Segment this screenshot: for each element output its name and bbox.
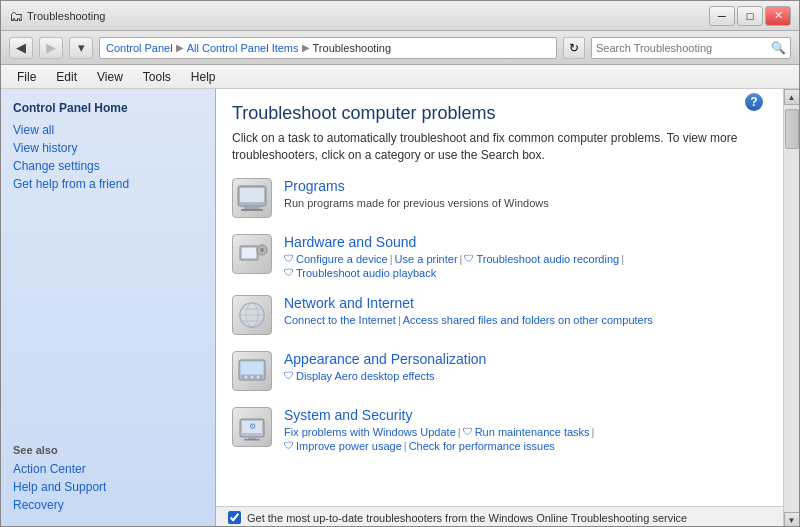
hardware-title[interactable]: Hardware and Sound [284,234,767,250]
content-desc: Click on a task to automatically trouble… [232,130,767,164]
title-bar-controls: ─ □ ✕ [709,6,791,26]
content-inner: Troubleshoot computer problems Click on … [216,89,783,506]
help-button[interactable]: ? [745,93,763,111]
svg-point-18 [251,375,254,378]
sidebar: Control Panel Home View all View history… [1,89,216,527]
shield-icon-6: 🛡 [284,440,294,451]
svg-point-17 [245,375,248,378]
link-troubleshoot-audio-recording[interactable]: Troubleshoot audio recording [476,253,619,265]
search-input[interactable] [596,42,767,54]
network-content: Network and Internet Connect to the Inte… [284,295,767,326]
menu-tools[interactable]: Tools [135,68,179,86]
path-all-items[interactable]: All Control Panel Items [187,42,299,54]
close-button[interactable]: ✕ [765,6,791,26]
link-maintenance[interactable]: Run maintenance tasks [475,426,590,438]
sidebar-title[interactable]: Control Panel Home [13,101,203,115]
scroll-down-button[interactable]: ▼ [784,512,800,527]
shield-icon-2: 🛡 [464,253,474,264]
forward-button[interactable]: ▶ [39,37,63,59]
system-links-2: 🛡 Improve power usage | Check for perfor… [284,440,767,452]
category-system: ⚙ System and Security Fix problems with … [232,407,767,452]
svg-rect-3 [241,209,263,211]
appearance-content: Appearance and Personalization 🛡 Display… [284,351,767,382]
appearance-title[interactable]: Appearance and Personalization [284,351,767,367]
menu-help[interactable]: Help [183,68,224,86]
svg-text:⚙: ⚙ [249,422,256,431]
category-appearance: Appearance and Personalization 🛡 Display… [232,351,767,391]
content-title: Troubleshoot computer problems [232,103,767,124]
sidebar-help-support[interactable]: Help and Support [13,480,203,494]
path-current: Troubleshooting [313,42,391,54]
address-path[interactable]: Control Panel ▶ All Control Panel Items … [99,37,557,59]
svg-point-6 [260,248,264,252]
scroll-up-button[interactable]: ▲ [784,89,800,105]
category-network: Network and Internet Connect to the Inte… [232,295,767,335]
svg-point-13 [240,303,264,327]
scroll-thumb[interactable] [785,109,799,149]
link-windows-update[interactable]: Fix problems with Windows Update [284,426,456,438]
programs-icon [232,178,272,218]
sidebar-view-history[interactable]: View history [13,141,203,155]
title-bar: 🗂 Troubleshooting ─ □ ✕ [1,1,799,31]
menu-view[interactable]: View [89,68,131,86]
programs-desc: Run programs made for previous versions … [284,197,767,209]
shield-icon-3: 🛡 [284,267,294,278]
bottom-bar: Get the most up-to-date troubleshooters … [216,506,783,527]
title-bar-left: 🗂 Troubleshooting [9,8,105,24]
network-title[interactable]: Network and Internet [284,295,767,311]
link-configure-device[interactable]: Configure a device [296,253,388,265]
programs-title[interactable]: Programs [284,178,767,194]
system-icon: ⚙ [232,407,272,447]
svg-rect-22 [248,437,256,439]
system-title[interactable]: System and Security [284,407,767,423]
svg-point-19 [257,375,260,378]
link-performance[interactable]: Check for performance issues [409,440,555,452]
scrollbar: ▲ ▼ [783,89,799,527]
link-access-shared[interactable]: Access shared files and folders on other… [403,314,653,326]
menu-file[interactable]: File [9,68,44,86]
menu-bar: File Edit View Tools Help [1,65,799,89]
link-power-usage[interactable]: Improve power usage [296,440,402,452]
hardware-links-2: 🛡 Troubleshoot audio playback [284,267,767,279]
search-box[interactable]: 🔍 [591,37,791,59]
link-connect-internet[interactable]: Connect to the Internet [284,314,396,326]
maximize-button[interactable]: □ [737,6,763,26]
main-layout: Control Panel Home View all View history… [1,89,799,527]
category-programs: Programs Run programs made for previous … [232,178,767,218]
refresh-button[interactable]: ↻ [563,37,585,59]
network-icon [232,295,272,335]
link-use-printer[interactable]: Use a printer [395,253,458,265]
shield-icon-4: 🛡 [284,370,294,381]
search-icon[interactable]: 🔍 [771,41,786,55]
svg-rect-7 [242,248,256,258]
back-button[interactable]: ◀ [9,37,33,59]
sidebar-get-help[interactable]: Get help from a friend [13,177,203,191]
path-control-panel[interactable]: Control Panel [106,42,173,54]
bottom-bar-text: Get the most up-to-date troubleshooters … [247,512,687,524]
hardware-links: 🛡 Configure a device | Use a printer | 🛡… [284,253,767,265]
shield-icon-5: 🛡 [463,426,473,437]
sidebar-change-settings[interactable]: Change settings [13,159,203,173]
scroll-track[interactable] [784,105,800,512]
minimize-button[interactable]: ─ [709,6,735,26]
address-bar: ◀ ▶ ▾ Control Panel ▶ All Control Panel … [1,31,799,65]
svg-rect-15 [241,362,263,374]
online-troubleshooters-checkbox[interactable] [228,511,241,524]
system-links: Fix problems with Windows Update | 🛡 Run… [284,426,767,438]
svg-rect-2 [244,206,260,209]
category-hardware: Hardware and Sound 🛡 Configure a device … [232,234,767,279]
sidebar-recovery[interactable]: Recovery [13,498,203,512]
menu-edit[interactable]: Edit [48,68,85,86]
svg-rect-23 [244,439,260,441]
svg-rect-1 [240,188,264,202]
help-icon-area: ? [745,93,763,111]
window-icon: 🗂 [9,8,23,24]
network-links: Connect to the Internet | Access shared … [284,314,767,326]
link-display-aero[interactable]: Display Aero desktop effects [296,370,435,382]
recent-button[interactable]: ▾ [69,37,93,59]
link-troubleshoot-audio-playback[interactable]: Troubleshoot audio playback [296,267,436,279]
appearance-links: 🛡 Display Aero desktop effects [284,370,767,382]
sidebar-view-all[interactable]: View all [13,123,203,137]
appearance-icon [232,351,272,391]
sidebar-action-center[interactable]: Action Center [13,462,203,476]
